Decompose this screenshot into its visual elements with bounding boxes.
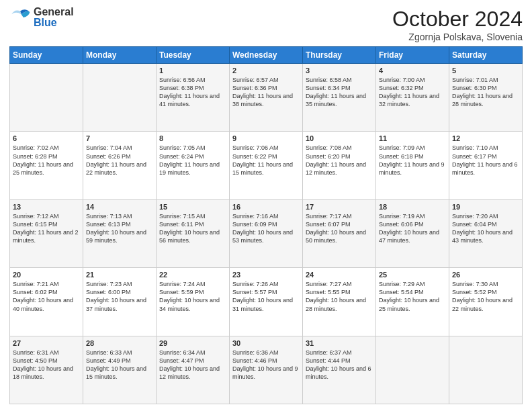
- day-cell: 17Sunrise: 7:17 AM Sunset: 6:07 PM Dayli…: [303, 199, 376, 267]
- day-info: Sunrise: 7:27 AM Sunset: 5:55 PM Dayligh…: [306, 280, 373, 313]
- day-number: 7: [86, 134, 153, 142]
- day-cell: 3Sunrise: 6:58 AM Sunset: 6:34 PM Daylig…: [303, 64, 376, 132]
- day-number: 14: [86, 203, 153, 211]
- day-cell: 29Sunrise: 6:34 AM Sunset: 4:47 PM Dayli…: [157, 336, 230, 404]
- day-number: 1: [159, 66, 226, 75]
- day-number: 28: [86, 339, 153, 347]
- day-info: Sunrise: 7:05 AM Sunset: 6:24 PM Dayligh…: [159, 144, 226, 177]
- day-cell: 26Sunrise: 7:30 AM Sunset: 5:52 PM Dayli…: [449, 268, 523, 336]
- day-info: Sunrise: 6:57 AM Sunset: 6:36 PM Dayligh…: [232, 76, 300, 109]
- day-info: Sunrise: 7:16 AM Sunset: 6:09 PM Dayligh…: [232, 212, 300, 245]
- day-info: Sunrise: 7:15 AM Sunset: 6:11 PM Dayligh…: [159, 212, 226, 245]
- day-info: Sunrise: 6:37 AM Sunset: 4:44 PM Dayligh…: [306, 349, 373, 381]
- day-number: 8: [159, 134, 226, 142]
- day-number: 27: [13, 339, 80, 347]
- day-number: 16: [232, 203, 300, 211]
- header-row: SundayMondayTuesdayWednesdayThursdayFrid…: [10, 47, 523, 64]
- calendar: SundayMondayTuesdayWednesdayThursdayFrid…: [9, 46, 523, 404]
- day-info: Sunrise: 6:56 AM Sunset: 6:38 PM Dayligh…: [159, 76, 226, 109]
- day-info: Sunrise: 7:19 AM Sunset: 6:06 PM Dayligh…: [379, 212, 446, 245]
- day-number: 30: [232, 339, 300, 347]
- day-info: Sunrise: 7:04 AM Sunset: 6:26 PM Dayligh…: [86, 144, 153, 177]
- day-header-saturday: Saturday: [449, 47, 523, 64]
- day-cell: 2Sunrise: 6:57 AM Sunset: 6:36 PM Daylig…: [230, 64, 303, 132]
- day-cell: 21Sunrise: 7:23 AM Sunset: 6:00 PM Dayli…: [83, 268, 157, 336]
- day-cell: 7Sunrise: 7:04 AM Sunset: 6:26 PM Daylig…: [83, 132, 157, 199]
- day-cell: 6Sunrise: 7:02 AM Sunset: 6:28 PM Daylig…: [10, 132, 83, 199]
- logo-icon: [9, 7, 31, 28]
- day-info: Sunrise: 7:23 AM Sunset: 6:00 PM Dayligh…: [86, 280, 153, 313]
- day-cell: 8Sunrise: 7:05 AM Sunset: 6:24 PM Daylig…: [157, 132, 230, 199]
- day-number: 29: [159, 339, 226, 347]
- day-info: Sunrise: 6:34 AM Sunset: 4:47 PM Dayligh…: [159, 349, 226, 381]
- day-cell: 27Sunrise: 6:31 AM Sunset: 4:50 PM Dayli…: [10, 336, 83, 404]
- day-info: Sunrise: 7:06 AM Sunset: 6:22 PM Dayligh…: [232, 144, 300, 177]
- day-cell: 14Sunrise: 7:13 AM Sunset: 6:13 PM Dayli…: [83, 199, 157, 267]
- day-number: 22: [159, 271, 226, 279]
- month-title: October 2024: [392, 7, 523, 32]
- day-info: Sunrise: 7:10 AM Sunset: 6:17 PM Dayligh…: [452, 144, 519, 177]
- day-number: 3: [306, 66, 373, 75]
- logo-text: General Blue: [34, 7, 74, 28]
- day-header-monday: Monday: [83, 47, 157, 64]
- logo-general: General: [34, 7, 74, 17]
- day-number: 6: [13, 134, 80, 142]
- day-cell: 9Sunrise: 7:06 AM Sunset: 6:22 PM Daylig…: [230, 132, 303, 199]
- day-info: Sunrise: 6:31 AM Sunset: 4:50 PM Dayligh…: [13, 349, 80, 381]
- day-info: Sunrise: 7:26 AM Sunset: 5:57 PM Dayligh…: [232, 280, 300, 313]
- day-cell: 20Sunrise: 7:21 AM Sunset: 6:02 PM Dayli…: [10, 268, 83, 336]
- day-info: Sunrise: 7:30 AM Sunset: 5:52 PM Dayligh…: [452, 280, 519, 313]
- day-info: Sunrise: 7:02 AM Sunset: 6:28 PM Dayligh…: [13, 144, 80, 177]
- day-header-sunday: Sunday: [10, 47, 83, 64]
- day-number: 20: [13, 271, 80, 279]
- day-number: 11: [379, 134, 446, 142]
- day-header-thursday: Thursday: [303, 47, 376, 64]
- day-cell: 28Sunrise: 6:33 AM Sunset: 4:49 PM Dayli…: [83, 336, 157, 404]
- week-row-5: 27Sunrise: 6:31 AM Sunset: 4:50 PM Dayli…: [10, 336, 523, 404]
- day-cell: 5Sunrise: 7:01 AM Sunset: 6:30 PM Daylig…: [449, 64, 523, 132]
- logo-blue: Blue: [34, 17, 74, 28]
- day-cell: 30Sunrise: 6:36 AM Sunset: 4:46 PM Dayli…: [230, 336, 303, 404]
- day-info: Sunrise: 7:13 AM Sunset: 6:13 PM Dayligh…: [86, 212, 153, 245]
- day-number: 18: [379, 203, 446, 211]
- day-info: Sunrise: 6:58 AM Sunset: 6:34 PM Dayligh…: [306, 76, 373, 109]
- week-row-4: 20Sunrise: 7:21 AM Sunset: 6:02 PM Dayli…: [10, 268, 523, 336]
- day-info: Sunrise: 7:17 AM Sunset: 6:07 PM Dayligh…: [306, 212, 373, 245]
- day-cell: [376, 336, 449, 404]
- day-number: 23: [232, 271, 300, 279]
- day-cell: 15Sunrise: 7:15 AM Sunset: 6:11 PM Dayli…: [157, 199, 230, 267]
- day-cell: 31Sunrise: 6:37 AM Sunset: 4:44 PM Dayli…: [303, 336, 376, 404]
- header: General Blue October 2024 Zgornja Polska…: [9, 7, 523, 42]
- day-number: 31: [306, 339, 373, 347]
- day-number: 24: [306, 271, 373, 279]
- day-cell: 16Sunrise: 7:16 AM Sunset: 6:09 PM Dayli…: [230, 199, 303, 267]
- title-block: October 2024 Zgornja Polskava, Slovenia: [392, 7, 523, 42]
- day-info: Sunrise: 7:00 AM Sunset: 6:32 PM Dayligh…: [379, 76, 446, 109]
- day-cell: 25Sunrise: 7:29 AM Sunset: 5:54 PM Dayli…: [376, 268, 449, 336]
- day-number: 10: [306, 134, 373, 142]
- day-cell: [83, 64, 157, 132]
- day-cell: 23Sunrise: 7:26 AM Sunset: 5:57 PM Dayli…: [230, 268, 303, 336]
- day-header-tuesday: Tuesday: [157, 47, 230, 64]
- week-row-3: 13Sunrise: 7:12 AM Sunset: 6:15 PM Dayli…: [10, 199, 523, 267]
- day-info: Sunrise: 7:24 AM Sunset: 5:59 PM Dayligh…: [159, 280, 226, 313]
- day-number: 19: [452, 203, 519, 211]
- day-number: 5: [452, 66, 519, 75]
- week-row-1: 1Sunrise: 6:56 AM Sunset: 6:38 PM Daylig…: [10, 64, 523, 132]
- day-number: 21: [86, 271, 153, 279]
- location: Zgornja Polskava, Slovenia: [392, 32, 523, 42]
- day-cell: 22Sunrise: 7:24 AM Sunset: 5:59 PM Dayli…: [157, 268, 230, 336]
- day-number: 15: [159, 203, 226, 211]
- day-info: Sunrise: 7:21 AM Sunset: 6:02 PM Dayligh…: [13, 280, 80, 313]
- day-cell: [449, 336, 523, 404]
- day-cell: 19Sunrise: 7:20 AM Sunset: 6:04 PM Dayli…: [449, 199, 523, 267]
- day-number: 13: [13, 203, 80, 211]
- day-number: 2: [232, 66, 300, 75]
- day-number: 26: [452, 271, 519, 279]
- day-info: Sunrise: 6:33 AM Sunset: 4:49 PM Dayligh…: [86, 349, 153, 381]
- day-cell: [10, 64, 83, 132]
- day-cell: 18Sunrise: 7:19 AM Sunset: 6:06 PM Dayli…: [376, 199, 449, 267]
- day-cell: 11Sunrise: 7:09 AM Sunset: 6:18 PM Dayli…: [376, 132, 449, 199]
- day-info: Sunrise: 7:09 AM Sunset: 6:18 PM Dayligh…: [379, 144, 446, 177]
- day-header-wednesday: Wednesday: [230, 47, 303, 64]
